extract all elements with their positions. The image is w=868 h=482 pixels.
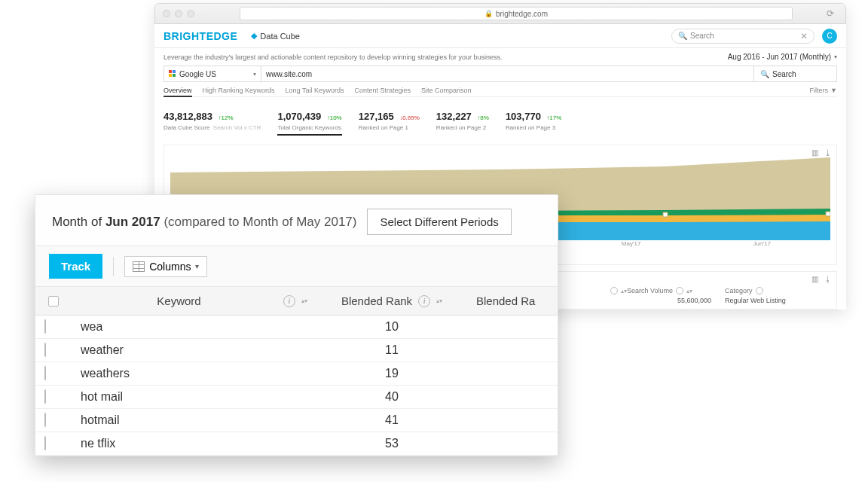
row-checkbox[interactable]	[35, 362, 72, 385]
row-rank2	[467, 369, 558, 378]
export-icon[interactable]: ▥	[811, 275, 818, 283]
stat-value: 1,070,439	[277, 111, 321, 122]
keyword-row[interactable]: ne tflix53	[35, 432, 558, 456]
row-keyword: ne tflix	[72, 432, 316, 455]
sort-icon[interactable]: ▴▾	[436, 299, 442, 304]
stat-value: 127,165	[359, 111, 394, 122]
search-icon: 🔍	[760, 70, 769, 78]
chevron-down-icon: ▾	[253, 71, 256, 78]
export-icon[interactable]: ▥	[811, 148, 818, 157]
keyword-row[interactable]: weathers19	[35, 362, 558, 386]
row-checkbox[interactable]	[35, 409, 72, 432]
stat-label: Total Organic Keywords	[277, 124, 341, 131]
stat-datacube-score[interactable]: 43,812,883 ↑12% Data Cube Score Search V…	[164, 109, 261, 136]
col-category[interactable]: Category	[725, 287, 830, 294]
svg-rect-1	[173, 70, 176, 73]
stat-value: 43,812,883	[164, 111, 212, 122]
brand-logo[interactable]: BRIGHTEDGE	[164, 30, 237, 42]
columns-label: Columns	[149, 261, 191, 273]
info-icon[interactable]	[676, 287, 683, 294]
site-search-button[interactable]: 🔍 Search	[754, 66, 837, 82]
daterange-picker[interactable]: Aug 2016 - Jun 2017 (Monthly) ▾	[728, 53, 837, 61]
col-search-volume[interactable]: Search Volume▴▾	[627, 287, 725, 294]
refresh-icon[interactable]: ⟳	[823, 7, 838, 20]
row-keyword: hotmail	[72, 409, 316, 432]
stat-page2[interactable]: 132,227 ↑8% Ranked on Page 2	[436, 109, 489, 136]
info-icon[interactable]: i	[418, 295, 430, 307]
tab-high-ranking[interactable]: High Ranking Keywords	[203, 87, 275, 94]
tab-long-tail[interactable]: Long Tail Keywords	[286, 87, 344, 94]
site-value: www.site.com	[266, 70, 312, 78]
search-engine-select[interactable]: Google US ▾	[164, 66, 261, 82]
site-input[interactable]: www.site.com	[261, 66, 754, 82]
delta-up: ↑17%	[546, 114, 561, 121]
columns-dropdown[interactable]: Columns ▾	[124, 256, 207, 277]
global-search[interactable]: 🔍 Search ✕	[671, 29, 815, 44]
row-keyword: weathers	[72, 362, 316, 385]
download-icon[interactable]: ⭳	[824, 275, 832, 283]
row-rank2	[467, 439, 558, 448]
stat-label: Ranked on Page 3	[506, 124, 561, 131]
tab-content-strategies[interactable]: Content Strategies	[354, 87, 411, 94]
page-description: Leverage the industry's largest and acti…	[164, 53, 502, 61]
row-keyword: wea	[72, 316, 316, 338]
keyword-card-header: Month of Jun 2017 (compared to Month of …	[35, 195, 558, 246]
filters-label: Filters	[810, 87, 829, 94]
lock-icon: 🔒	[484, 10, 493, 17]
keyword-row[interactable]: weather11	[35, 339, 558, 362]
row-checkbox[interactable]	[35, 432, 72, 455]
row-checkbox[interactable]	[35, 339, 72, 362]
col-keyword[interactable]: Keyword i ▴▾	[72, 287, 316, 315]
track-button[interactable]: Track	[49, 254, 102, 279]
stat-page1[interactable]: 127,165 ↓0.85% Ranked on Page 1	[359, 109, 420, 136]
info-icon[interactable]	[756, 287, 763, 294]
tab-site-comparison[interactable]: Site Comparison	[421, 87, 472, 94]
browser-titlebar: 🔒 brightedge.com ⟳	[154, 3, 846, 24]
row-checkbox[interactable]	[35, 316, 72, 338]
stat-label: Ranked on Page 1	[359, 124, 420, 131]
address-bar[interactable]: 🔒 brightedge.com	[240, 7, 793, 20]
stat-sublabel: Search Vol x CTR	[213, 124, 261, 131]
keyword-toolbar: Track Columns ▾	[35, 246, 558, 287]
svg-rect-3	[173, 74, 176, 77]
row-rank2	[467, 346, 558, 355]
row-rank2	[467, 322, 558, 331]
stat-value: 132,227	[436, 111, 472, 122]
select-periods-button[interactable]: Select Different Periods	[367, 209, 511, 235]
keyword-card: Month of Jun 2017 (compared to Month of …	[35, 194, 558, 456]
minimize-dot[interactable]	[175, 10, 182, 17]
row-rank2	[467, 416, 558, 425]
clear-icon[interactable]: ✕	[800, 31, 808, 41]
row-keyword: hot mail	[72, 386, 316, 408]
col-blended-rank[interactable]: Blended Rank i ▴▾	[316, 287, 467, 315]
keyword-row[interactable]: hotmail41	[35, 409, 558, 432]
sort-icon[interactable]: ▴▾	[301, 299, 307, 304]
cube-icon: ◆	[251, 31, 257, 41]
search-placeholder: Search	[690, 32, 714, 40]
svg-rect-0	[169, 70, 172, 73]
keyword-row[interactable]: hot mail40	[35, 386, 558, 409]
delta-down: ↓0.85%	[399, 114, 420, 121]
stat-total-organic[interactable]: 1,070,439 ↑10% Total Organic Keywords	[277, 109, 341, 136]
avatar[interactable]: C	[822, 29, 837, 44]
row-checkbox[interactable]	[35, 386, 72, 408]
chevron-down-icon: ▾	[834, 53, 837, 60]
stats-row: 43,812,883 ↑12% Data Cube Score Search V…	[154, 100, 846, 140]
address-text: brightedge.com	[496, 10, 548, 18]
section-datacube[interactable]: ◆ Data Cube	[251, 31, 300, 41]
download-icon[interactable]: ⭳	[824, 148, 832, 157]
stat-page3[interactable]: 103,770 ↑17% Ranked on Page 3	[506, 109, 561, 136]
tab-overview[interactable]: Overview	[164, 87, 192, 97]
zoom-dot[interactable]	[187, 10, 194, 17]
delta-up: ↑8%	[477, 114, 489, 121]
select-all-checkbox[interactable]	[35, 288, 72, 314]
info-icon[interactable]: i	[283, 295, 295, 307]
col-blended-rank-2[interactable]: Blended Ra	[467, 287, 558, 315]
svg-rect-8	[826, 212, 830, 216]
row-keyword: weather	[72, 339, 316, 362]
stat-value: 103,770	[506, 111, 541, 122]
close-dot[interactable]	[163, 10, 170, 17]
keyword-row[interactable]: wea10	[35, 316, 558, 339]
filters-button[interactable]: Filters ▼	[810, 87, 837, 94]
info-icon[interactable]	[610, 287, 618, 294]
